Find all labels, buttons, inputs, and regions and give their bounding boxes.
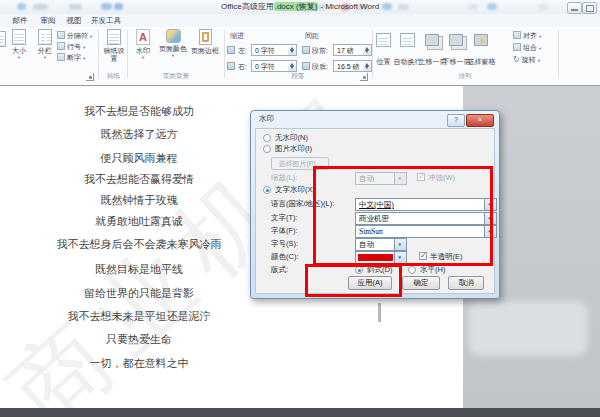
poem-line: 便只顾风雨兼程 bbox=[0, 151, 278, 166]
word-window: Office高级应用.docx (恢复) - Microsoft Word 邮件… bbox=[0, 0, 600, 420]
layout-label: 版式: bbox=[271, 265, 288, 275]
indent-left-icon bbox=[227, 46, 235, 54]
arrange-group-label: 排列 bbox=[373, 72, 557, 81]
columns-icon bbox=[38, 29, 52, 45]
font-label: 字体(F): bbox=[271, 226, 298, 236]
tab-review[interactable]: 审阅 bbox=[36, 14, 60, 27]
paper-setup-icon bbox=[107, 29, 121, 45]
hyphenation-button[interactable]: 断字▾ bbox=[57, 53, 85, 62]
tab-view[interactable]: 视图 bbox=[62, 14, 86, 27]
align-icon bbox=[513, 31, 521, 39]
space-after-input[interactable]: 16.5 磅 bbox=[333, 60, 364, 72]
group-separator bbox=[558, 30, 559, 78]
spacing-label: 间距 bbox=[305, 31, 319, 41]
ok-button[interactable]: 确定 bbox=[402, 276, 440, 290]
paper-group-label: 稿纸 bbox=[100, 72, 127, 81]
position-icon bbox=[376, 33, 391, 47]
cancel-button[interactable]: 取消 bbox=[448, 276, 484, 290]
close-icon[interactable]: × bbox=[466, 114, 494, 127]
poem-line: 既然目标是地平线 bbox=[0, 262, 278, 277]
poem-line: 我不去想能否赢得爱情 bbox=[0, 172, 278, 187]
indent-left-stepper[interactable] bbox=[288, 44, 297, 56]
indent-left-input[interactable]: 0 字符 bbox=[251, 44, 289, 56]
line-numbers-button[interactable]: 行号▾ bbox=[57, 42, 85, 51]
space-after-icon bbox=[302, 62, 310, 70]
annotation-box-apply-button bbox=[305, 264, 402, 297]
group-separator bbox=[224, 30, 225, 78]
rotate-button[interactable]: ↻ 旋转▾ bbox=[513, 55, 540, 64]
radio-picture-watermark[interactable] bbox=[263, 145, 271, 153]
columns-button[interactable]: 分栏 bbox=[33, 29, 57, 60]
poem-line: 我不去想未来是平坦还是泥泞 bbox=[0, 309, 278, 324]
paper-setup-button[interactable]: 稿纸设置 bbox=[101, 29, 127, 63]
indent-right-icon bbox=[227, 62, 235, 70]
watermark-icon: A bbox=[136, 29, 150, 45]
bring-forward-icon bbox=[425, 34, 439, 46]
group-separator bbox=[372, 30, 373, 78]
group-icon bbox=[513, 43, 521, 51]
maximize-button[interactable] bbox=[582, 2, 597, 14]
page-color-button[interactable]: 页面颜色 bbox=[157, 29, 189, 58]
poem-line: 就勇敢地吐露真诚 bbox=[0, 214, 278, 229]
selection-pane-button[interactable]: 选择窗格 bbox=[465, 57, 498, 67]
page-color-icon bbox=[166, 29, 181, 43]
indent-right-input[interactable]: 0 字符 bbox=[251, 60, 289, 72]
group-separator bbox=[127, 30, 128, 78]
paragraph-dialog-launcher[interactable] bbox=[360, 73, 368, 81]
status-bar bbox=[0, 408, 600, 417]
artifact-blotch bbox=[468, 301, 588, 356]
group-button[interactable]: 组合▾ bbox=[513, 43, 541, 52]
color-label: 颜色(C): bbox=[271, 252, 299, 262]
radio-text-watermark-label: 文字水印(X) bbox=[275, 185, 315, 195]
position-button[interactable]: 位置 bbox=[373, 57, 394, 67]
paper-size-icon bbox=[12, 29, 26, 45]
poem-line: 只要热爱生命 bbox=[0, 332, 278, 347]
align-button[interactable]: 对齐▾ bbox=[513, 31, 541, 40]
page-background-group-label: 页面背景 bbox=[128, 72, 224, 81]
paper-size-button[interactable]: 大小 bbox=[6, 29, 32, 60]
space-before-icon bbox=[302, 46, 310, 54]
radio-text-watermark[interactable] bbox=[263, 186, 271, 194]
radio-horizontal[interactable] bbox=[408, 266, 416, 274]
poem-line: 一切，都在意料之中 bbox=[0, 356, 278, 371]
paragraph-group-label: 段落 bbox=[225, 72, 371, 81]
space-before-stepper[interactable] bbox=[363, 44, 372, 56]
indent-right-label: 右: bbox=[238, 62, 247, 72]
tab-mailings[interactable]: 邮件 bbox=[8, 14, 32, 27]
window-title: Office高级应用.docx (恢复) - Microsoft Word bbox=[0, 1, 600, 12]
page-border-button[interactable]: 页面边框 bbox=[190, 29, 220, 55]
help-button[interactable]: ? bbox=[447, 114, 465, 127]
ribbon: 大小 分栏 分隔符▾ 行号▾ 断字▾ 稿纸设置 稿纸 A水印 页面颜色 页面边框… bbox=[0, 27, 600, 86]
line-numbers-icon bbox=[57, 42, 65, 50]
space-before-input[interactable]: 17 磅 bbox=[333, 44, 364, 56]
watermark-button[interactable]: A水印 bbox=[130, 29, 156, 60]
radio-no-watermark[interactable] bbox=[263, 134, 271, 142]
group-separator bbox=[98, 30, 99, 78]
space-before-label: 段前: bbox=[312, 46, 328, 56]
indent-label: 缩进 bbox=[230, 31, 244, 41]
breaks-icon bbox=[57, 31, 65, 39]
poem-line: 我不去想是否能够成功 bbox=[0, 104, 278, 119]
minimize-button[interactable] bbox=[567, 2, 582, 14]
dialog-title-bar[interactable]: 水印 ? × bbox=[251, 111, 499, 128]
page-setup-dialog-launcher[interactable] bbox=[86, 73, 94, 81]
size-label: 字号(S): bbox=[271, 239, 298, 249]
radio-picture-watermark-label: 图片水印(I) bbox=[275, 144, 312, 154]
space-after-stepper[interactable] bbox=[363, 60, 372, 72]
artifact-mark bbox=[378, 303, 381, 322]
text-label: 文字(T): bbox=[271, 213, 298, 223]
indent-right-stepper[interactable] bbox=[288, 60, 297, 72]
scale-label: 缩放(L): bbox=[271, 173, 297, 183]
selection-pane-icon bbox=[474, 34, 488, 46]
poem-line: 既然选择了远方 bbox=[0, 127, 278, 142]
title-bar: Office高级应用.docx (恢复) - Microsoft Word bbox=[0, 0, 600, 15]
tab-developer[interactable]: 开发工具 bbox=[88, 14, 124, 27]
space-after-label: 段后: bbox=[312, 62, 328, 72]
poem-line: 我不去想身后会不会袭来寒风冷雨 bbox=[0, 237, 278, 252]
poem-line: 留给世界的只能是背影 bbox=[0, 286, 278, 301]
breaks-button[interactable]: 分隔符▾ bbox=[57, 31, 92, 40]
rotate-icon: ↻ bbox=[513, 55, 520, 64]
poem-line: 既然钟情于玫瑰 bbox=[0, 193, 278, 208]
wrap-text-icon bbox=[400, 33, 415, 47]
hyphenation-icon bbox=[57, 53, 65, 61]
